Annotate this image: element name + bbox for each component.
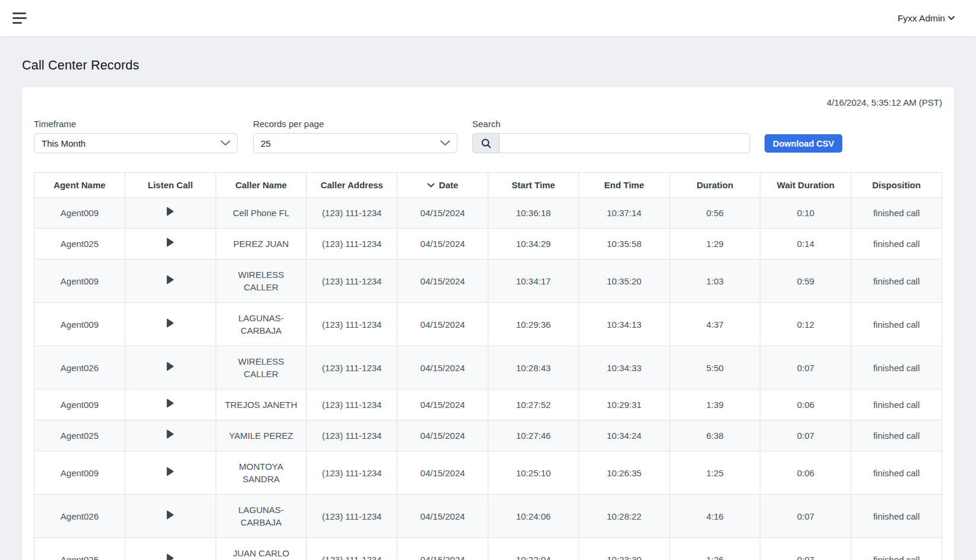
play-call-button[interactable] <box>166 510 174 520</box>
disposition-cell: finished call <box>851 198 942 229</box>
listen-call-cell <box>125 538 216 560</box>
table-row: Agent009TREJOS JANETH(123) 111-123404/15… <box>34 390 942 420</box>
search-icon <box>472 133 499 153</box>
agent-name-cell: Agent009 <box>34 198 125 229</box>
disposition-cell: finished call <box>851 303 942 346</box>
listen-call-cell <box>125 260 216 303</box>
records-per-page-select[interactable]: 25 <box>253 133 457 153</box>
start-time-cell: 10:34:29 <box>488 229 579 260</box>
user-menu[interactable]: Fyxx Admin <box>894 12 958 24</box>
disposition-cell: finished call <box>851 538 942 560</box>
search-filter: Search <box>472 119 750 153</box>
download-csv-button[interactable]: Download CSV <box>765 134 842 153</box>
agent-name-cell: Agent026 <box>34 495 125 538</box>
duration-cell: 1:29 <box>669 229 760 260</box>
end-time-cell: 10:35:58 <box>579 229 669 260</box>
disposition-cell: finished call <box>851 260 942 303</box>
disposition-cell: finished call <box>851 451 942 495</box>
duration-cell: 4:37 <box>669 303 760 346</box>
table-row: Agent026LAGUNAS- CARBAJA(123) 111-123404… <box>34 495 942 538</box>
caller-address-cell: (123) 111-1234 <box>307 390 397 420</box>
start-time-cell: 10:24:06 <box>488 495 579 538</box>
listen-call-cell <box>125 346 216 390</box>
agent-name-cell: Agent025 <box>34 538 125 560</box>
column-header-wait-duration[interactable]: Wait Duration <box>760 173 851 198</box>
disposition-cell: finished call <box>851 390 942 420</box>
start-time-cell: 10:27:52 <box>488 390 579 420</box>
disposition-cell: finished call <box>851 420 942 451</box>
chevron-down-icon <box>440 140 450 146</box>
current-timestamp: 4/16/2024, 5:35:12 AM (PST) <box>34 98 942 107</box>
wait-duration-cell: 0:07 <box>760 495 851 538</box>
start-time-cell: 10:36:18 <box>488 198 579 229</box>
table-row: Agent009LAGUNAS- CARBAJA(123) 111-123404… <box>34 303 942 346</box>
page-content: Call Center Records 4/16/2024, 5:35:12 A… <box>0 58 976 560</box>
hamburger-menu-icon[interactable] <box>12 11 27 25</box>
play-call-button[interactable] <box>166 275 174 284</box>
listen-call-cell <box>125 198 216 229</box>
column-header-duration[interactable]: Duration <box>669 173 760 198</box>
column-header-start-time[interactable]: Start Time <box>488 173 579 198</box>
search-group <box>472 133 750 153</box>
duration-cell: 4:16 <box>669 495 760 538</box>
caller-address-cell: (123) 111-1234 <box>307 420 397 451</box>
top-navbar: Fyxx Admin <box>0 0 976 36</box>
end-time-cell: 10:28:22 <box>579 495 669 538</box>
chevron-down-icon <box>948 16 955 20</box>
duration-cell: 1:26 <box>669 538 760 560</box>
search-input[interactable] <box>499 133 750 153</box>
timeframe-select[interactable]: This Month <box>34 133 238 153</box>
play-call-button[interactable] <box>166 362 174 371</box>
caller-address-cell: (123) 111-1234 <box>307 451 397 495</box>
caller-name-cell: TREJOS JANETH <box>216 390 307 420</box>
filters-bar: Timeframe This Month Records per page 25 <box>34 119 942 153</box>
table-row: Agent009MONTOYA SANDRA(123) 111-123404/1… <box>34 451 942 495</box>
column-header-agent-name[interactable]: Agent Name <box>34 173 125 198</box>
play-call-button[interactable] <box>166 318 174 328</box>
caller-address-cell: (123) 111-1234 <box>307 346 397 390</box>
records-per-page-label: Records per page <box>253 119 457 129</box>
caller-address-cell: (123) 111-1234 <box>307 260 397 303</box>
end-time-cell: 10:37:14 <box>579 198 669 229</box>
page-title: Call Center Records <box>22 58 954 73</box>
date-cell: 04/15/2024 <box>397 451 488 495</box>
play-call-button[interactable] <box>166 429 174 439</box>
play-call-button[interactable] <box>166 238 174 247</box>
duration-cell: 0:56 <box>669 198 760 229</box>
date-cell: 04/15/2024 <box>397 538 488 560</box>
date-cell: 04/15/2024 <box>397 198 488 229</box>
wait-duration-cell: 0:07 <box>760 420 851 451</box>
caller-name-cell: MONTOYA SANDRA <box>216 451 307 495</box>
column-header-date[interactable]: Date <box>397 173 488 198</box>
wait-duration-cell: 0:07 <box>760 538 851 560</box>
sort-descending-icon <box>427 183 435 188</box>
agent-name-cell: Agent009 <box>34 303 125 346</box>
wait-duration-cell: 0:10 <box>760 198 851 229</box>
play-call-button[interactable] <box>166 467 174 476</box>
caller-name-cell: WIRELESS CALLER <box>216 346 307 390</box>
agent-name-cell: Agent009 <box>34 390 125 420</box>
duration-cell: 5:50 <box>669 346 760 390</box>
date-cell: 04/15/2024 <box>397 229 488 260</box>
agent-name-cell: Agent009 <box>34 260 125 303</box>
play-call-button[interactable] <box>166 398 174 408</box>
start-time-cell: 10:22:04 <box>488 538 579 560</box>
timeframe-filter: Timeframe This Month <box>34 119 238 153</box>
column-header-end-time[interactable]: End Time <box>579 173 669 198</box>
column-header-caller-name[interactable]: Caller Name <box>216 173 307 198</box>
records-card: 4/16/2024, 5:35:12 AM (PST) Timeframe Th… <box>22 87 954 560</box>
play-call-button[interactable] <box>166 553 174 560</box>
column-header-caller-address[interactable]: Caller Address <box>307 173 397 198</box>
user-menu-label: Fyxx Admin <box>898 13 945 24</box>
start-time-cell: 10:28:43 <box>488 346 579 390</box>
wait-duration-cell: 0:06 <box>760 451 851 495</box>
search-label: Search <box>472 119 750 129</box>
caller-name-cell: JUAN CARLO RUBI <box>216 538 307 560</box>
column-header-listen-call[interactable]: Listen Call <box>125 173 216 198</box>
table-row: Agent025YAMILE PEREZ(123) 111-123404/15/… <box>34 420 942 451</box>
agent-name-cell: Agent026 <box>34 346 125 390</box>
caller-name-cell: PEREZ JUAN <box>216 229 307 260</box>
play-call-button[interactable] <box>166 207 174 216</box>
column-header-disposition[interactable]: Disposition <box>851 173 942 198</box>
table-row: Agent025PEREZ JUAN(123) 111-123404/15/20… <box>34 229 942 260</box>
